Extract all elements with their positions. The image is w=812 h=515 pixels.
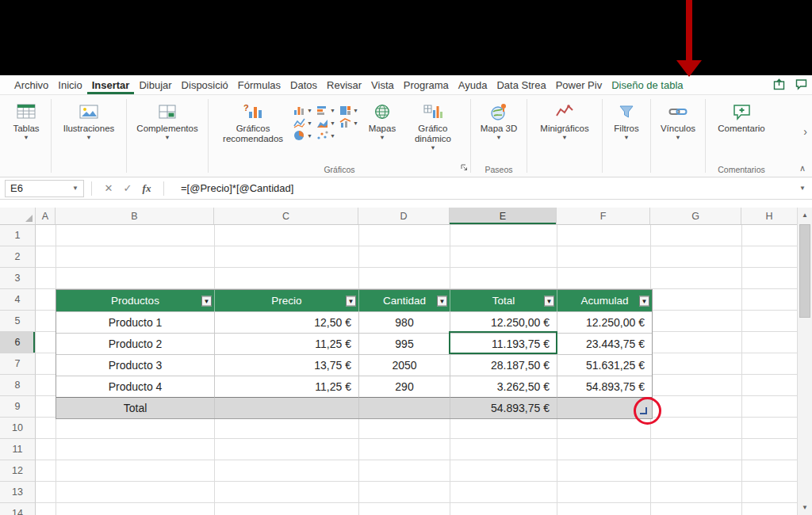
complementos-button[interactable]: Complementos ▼ xyxy=(133,99,201,143)
tab-insertar[interactable]: Insertar xyxy=(87,75,135,94)
total-row-value-cell[interactable]: 54.893,75 € xyxy=(450,397,557,418)
mapa-3d-button[interactable]: Mapa 3D ▼ xyxy=(477,99,521,143)
row-header-3[interactable]: 3 xyxy=(0,268,36,289)
filter-dropdown-icon[interactable]: ▼ xyxy=(201,296,212,306)
vinculos-button[interactable]: Vínculos ▼ xyxy=(657,99,699,143)
row-header-9[interactable]: 9 xyxy=(0,396,36,418)
ilustraciones-button[interactable]: Ilustraciones ▼ xyxy=(60,99,118,143)
collapse-ribbon-icon[interactable]: ∧ xyxy=(799,163,806,174)
cell-b5[interactable]: Producto 1 xyxy=(56,311,215,333)
row-header-8[interactable]: 8 xyxy=(0,375,36,396)
tablas-button[interactable]: Tablas ▼ xyxy=(10,99,42,143)
tab-ayuda[interactable]: Ayuda xyxy=(454,75,492,94)
cell-e7[interactable]: 28.187,50 € xyxy=(450,354,557,376)
tab-datos[interactable]: Datos xyxy=(285,75,322,94)
formula-input[interactable]: =[@Precio]*[@Cantidad] xyxy=(181,182,293,194)
insert-function-button[interactable]: fx xyxy=(137,182,156,195)
line-chart-button[interactable]: ▼ xyxy=(293,117,312,128)
table-header-cantidad[interactable]: Cantidad▼ xyxy=(359,290,450,311)
cell-d7[interactable]: 2050 xyxy=(359,354,450,376)
filtros-button[interactable]: Filtros ▼ xyxy=(611,99,642,143)
filter-dropdown-icon[interactable]: ▼ xyxy=(639,296,649,306)
scatter-chart-button[interactable]: ▼ xyxy=(316,130,335,141)
cell-f7[interactable]: 51.631,25 € xyxy=(557,354,652,376)
column-header-c[interactable]: C xyxy=(214,208,358,224)
name-box-caret-icon[interactable]: ▼ xyxy=(72,185,79,192)
cell-f5[interactable]: 12.250,00 € xyxy=(557,311,652,333)
expand-formula-bar-icon[interactable]: ▼ xyxy=(799,185,806,192)
table-header-total[interactable]: Total▼ xyxy=(450,290,557,311)
tab-vista[interactable]: Vista xyxy=(366,75,399,94)
filter-dropdown-icon[interactable]: ▼ xyxy=(346,296,356,306)
row-header-13[interactable]: 13 xyxy=(0,482,36,503)
tab-dibujar[interactable]: Dibujar xyxy=(134,75,176,94)
select-all-corner[interactable] xyxy=(0,208,36,224)
row-header-12[interactable]: 12 xyxy=(0,460,36,482)
total-row-label-cell[interactable]: Total xyxy=(56,397,215,418)
column-header-h[interactable]: H xyxy=(741,208,797,224)
minigraficos-button[interactable]: Minigráficos ▼ xyxy=(537,99,592,143)
cell-c5[interactable]: 12,50 € xyxy=(215,311,359,333)
cell-c7[interactable]: 13,75 € xyxy=(215,354,359,376)
cell-e8[interactable]: 3.262,50 € xyxy=(450,376,557,397)
column-header-d[interactable]: D xyxy=(358,208,450,224)
dialog-launcher-icon[interactable] xyxy=(460,160,468,174)
tab-formulas[interactable]: Fórmulas xyxy=(233,75,285,94)
column-header-f[interactable]: F xyxy=(557,208,650,224)
comentario-button[interactable]: Comentario xyxy=(714,99,768,135)
vertical-scrollbar[interactable]: ▲ ▼ xyxy=(797,208,812,515)
filter-dropdown-icon[interactable]: ▼ xyxy=(437,296,447,306)
column-header-b[interactable]: B xyxy=(56,208,214,224)
table-header-productos[interactable]: Productos▼ xyxy=(56,290,215,311)
cell-e5[interactable]: 12.250,00 € xyxy=(450,311,557,333)
cell-d8[interactable]: 290 xyxy=(359,376,450,397)
scroll-up-icon[interactable]: ▲ xyxy=(798,208,812,223)
cell-b7[interactable]: Producto 3 xyxy=(56,354,215,376)
hierarchy-chart-button[interactable]: ▼ xyxy=(339,105,358,116)
bar-chart-button[interactable]: ▼ xyxy=(316,105,335,116)
row-header-5[interactable]: 5 xyxy=(0,311,36,332)
row-header-10[interactable]: 10 xyxy=(0,418,36,439)
row-header-2[interactable]: 2 xyxy=(0,246,36,268)
combo-chart-button[interactable]: ▼ xyxy=(339,117,358,128)
table-header-acumulado[interactable]: Acumulad▼ xyxy=(557,290,652,311)
scrollbar-thumb[interactable] xyxy=(799,224,810,318)
tab-revisar[interactable]: Revisar xyxy=(322,75,366,94)
cell-c6[interactable]: 11,25 € xyxy=(215,333,359,354)
column-chart-button[interactable]: ▼ xyxy=(293,105,312,116)
column-header-a[interactable]: A xyxy=(36,208,56,224)
graficos-recomendados-button[interactable]: ? Gráficos recomendados xyxy=(216,99,290,146)
tab-disposicion[interactable]: Disposició xyxy=(177,75,233,94)
tab-programador[interactable]: Programa xyxy=(399,75,454,94)
scroll-down-icon[interactable]: ▼ xyxy=(798,500,812,515)
table-header-precio[interactable]: Precio▼ xyxy=(215,290,359,311)
cancel-entry-icon[interactable]: ✕ xyxy=(99,182,118,194)
tab-inicio[interactable]: Inicio xyxy=(53,75,86,94)
row-header-1[interactable]: 1 xyxy=(0,225,36,246)
cell-e6-selected[interactable]: 11.193,75 € xyxy=(450,333,557,354)
cell-f6[interactable]: 23.443,75 € xyxy=(557,333,652,354)
tab-data-streamer[interactable]: Data Strea xyxy=(492,75,550,94)
column-header-g[interactable]: G xyxy=(650,208,741,224)
cell-d5[interactable]: 980 xyxy=(359,311,450,333)
confirm-entry-icon[interactable]: ✓ xyxy=(118,182,137,194)
filter-dropdown-icon[interactable]: ▼ xyxy=(544,296,554,306)
row-header-11[interactable]: 11 xyxy=(0,439,36,460)
cell-f8[interactable]: 54.893,75 € xyxy=(557,376,652,397)
name-box[interactable]: E6 ▼ xyxy=(5,180,84,197)
tab-archivo[interactable]: Archivo xyxy=(10,75,53,94)
column-header-e[interactable]: E xyxy=(450,208,557,224)
grafico-dinamico-button[interactable]: Gráfico dinámico ▼ xyxy=(403,99,463,153)
area-chart-button[interactable]: ▼ xyxy=(316,117,335,128)
total-row-empty-cell[interactable] xyxy=(359,397,450,418)
tab-power-pivot[interactable]: Power Piv xyxy=(551,75,607,94)
ribbon-overflow-icon[interactable]: › xyxy=(803,125,807,138)
cell-b6[interactable]: Producto 2 xyxy=(56,333,215,354)
mapas-button[interactable]: Mapas ▼ xyxy=(362,99,403,143)
row-header-14[interactable]: 14 xyxy=(0,503,36,515)
row-header-7[interactable]: 7 xyxy=(0,353,36,375)
row-header-4[interactable]: 4 xyxy=(0,289,36,311)
row-header-6[interactable]: 6 xyxy=(0,332,36,353)
cell-c8[interactable]: 11,25 € xyxy=(215,376,359,397)
cell-d6[interactable]: 995 xyxy=(359,333,450,354)
